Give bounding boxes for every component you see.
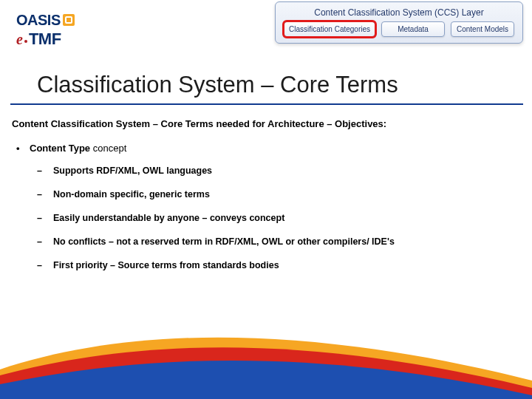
slide-title: Classification System – Core Terms — [37, 72, 517, 98]
ccs-box-metadata: Metadata — [381, 21, 445, 37]
oasis-logo: OASIS — [16, 10, 75, 30]
sub-bullet: Supports RDF/XML, OWL languages — [53, 166, 520, 176]
oasis-logo-mark-icon — [63, 14, 75, 26]
etmf-logo: e TMF — [16, 31, 75, 47]
ccs-layer-title: Content Classification System (CCS) Laye… — [280, 5, 518, 21]
ccs-layer-box: Content Classification System (CCS) Laye… — [275, 1, 523, 44]
sub-bullet: No conflicts – not a reserved term in RD… — [53, 236, 520, 247]
title-underline — [10, 103, 523, 105]
etmf-logo-tmf: TMF — [29, 31, 61, 47]
sub-bullet: First priority – Source terms from stand… — [53, 260, 520, 270]
sub-bullet: Easily understandable by anyone – convey… — [53, 213, 520, 223]
ccs-box-content-models: Content Models — [451, 21, 514, 37]
etmf-logo-e: e — [16, 32, 23, 47]
footnote: *Spec, Table 6, p 21 — [30, 375, 102, 384]
content-type-strong: Content Type — [30, 143, 90, 154]
ccs-box-classification-categories: Classification Categories — [284, 21, 375, 37]
ccs-diagram: Content Classification System (CCS) Laye… — [275, 1, 523, 44]
swoosh-decoration-icon — [0, 318, 532, 399]
ccs-box-label: Metadata — [398, 25, 429, 33]
bullet-list-level-2: Supports RDF/XML, OWL languages Non-doma… — [30, 166, 520, 270]
content-type-rest: concept — [90, 143, 126, 154]
ccs-sub-row: Classification Categories Metadata Conte… — [280, 21, 518, 37]
ccs-box-label: Content Models — [457, 25, 508, 33]
ccs-box-label: Classification Categories — [289, 25, 370, 33]
bullet-list-level-1: Content Type concept Supports RDF/XML, O… — [12, 143, 520, 270]
content-area: Content Classification System – Core Ter… — [12, 118, 520, 284]
content-type-item: Content Type concept Supports RDF/XML, O… — [30, 143, 520, 270]
objectives-line: Content Classification System – Core Ter… — [12, 118, 520, 129]
etmf-logo-dot-icon — [24, 40, 27, 43]
logo-block: OASIS e TMF — [16, 10, 75, 47]
oasis-logo-text: OASIS — [16, 13, 61, 27]
sub-bullet: Non-domain specific, generic terms — [53, 189, 520, 200]
